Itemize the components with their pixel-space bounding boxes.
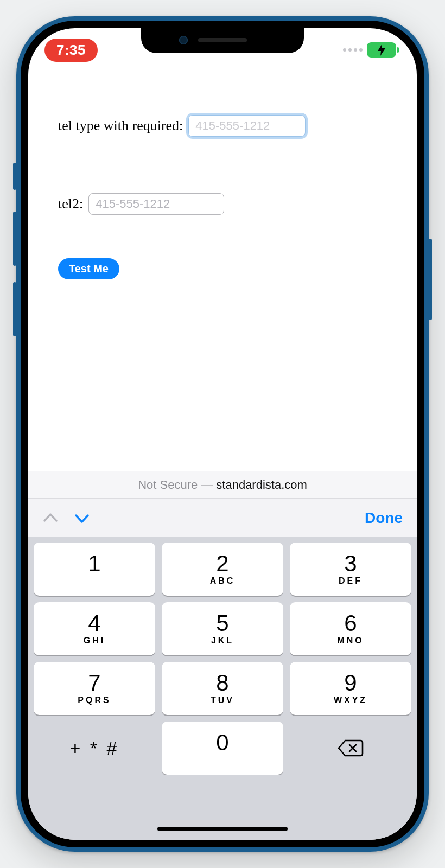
cellular-dots-icon [343, 48, 363, 52]
tel2-label: tel2: [58, 196, 83, 212]
backspace-icon [338, 738, 364, 758]
key-0[interactable]: 0 [162, 722, 283, 775]
keyboard-accessory-bar: Done [28, 498, 417, 537]
keyboard-done-button[interactable]: Done [365, 509, 403, 527]
tel1-label: tel type with required: [58, 118, 183, 134]
key-4[interactable]: 4GHI [34, 602, 155, 655]
key-symbols[interactable]: + * # [34, 722, 155, 775]
key-7[interactable]: 7PQRS [34, 662, 155, 715]
key-3[interactable]: 3DEF [290, 542, 411, 596]
chevron-up-icon [42, 510, 59, 526]
chevron-down-icon [74, 510, 90, 526]
home-indicator[interactable] [157, 827, 288, 831]
device-notch [141, 28, 304, 53]
tel1-input[interactable] [188, 115, 306, 137]
not-secure-label: Not Secure — [138, 478, 213, 492]
status-time-recording: 7:35 [44, 39, 98, 62]
battery-charging-icon [367, 42, 396, 58]
key-1[interactable]: 1 [34, 542, 155, 596]
prev-field-button [42, 510, 59, 526]
key-6[interactable]: 6MNO [290, 602, 411, 655]
key-5[interactable]: 5JKL [162, 602, 283, 655]
url-domain: standardista.com [216, 478, 307, 492]
browser-url-bar[interactable]: Not Secure — standardista.com [28, 471, 417, 498]
key-8[interactable]: 8TUV [162, 662, 283, 715]
web-content: tel type with required: tel2: Test Me [28, 67, 417, 471]
test-me-button[interactable]: Test Me [58, 258, 119, 279]
key-2[interactable]: 2ABC [162, 542, 283, 596]
key-9[interactable]: 9WXYZ [290, 662, 411, 715]
next-field-button[interactable] [74, 510, 90, 526]
tel2-input[interactable] [88, 193, 224, 215]
key-backspace[interactable] [290, 722, 411, 775]
numeric-keypad: 1 2ABC 3DEF 4GHI 5JKL 6MNO 7PQRS 8TUV 9W… [28, 537, 417, 775]
